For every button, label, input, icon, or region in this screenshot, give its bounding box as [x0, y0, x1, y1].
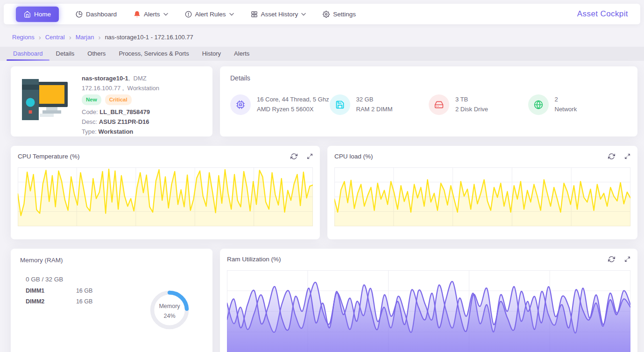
detail-item-disk: 3 TB 2 Disk Drive	[429, 94, 528, 115]
dimm2-label: DIMM2	[26, 298, 76, 305]
chevron-down-icon	[229, 13, 234, 16]
memory-ram-card: Memory (RAM) 0 GB / 32 GB DIMM1 16 GB DI…	[11, 249, 212, 352]
memory-total: 0 GB / 32 GB	[26, 276, 203, 283]
asset-code-value: LL_BLR_7858479	[99, 108, 150, 115]
top-navbar: Home Dashboard Alerts Alert Rules Asset …	[4, 4, 640, 24]
ram-icon	[335, 100, 345, 109]
details-card: Details 16 Core, 44 Thread, 5 Ghz AMD Ry…	[220, 66, 637, 136]
nav-item-home[interactable]: Home	[16, 7, 59, 22]
breadcrumb-current: nas-storage10-1 - 172.16.100.77	[105, 34, 193, 41]
table-row: DIMM1 16 GB	[26, 287, 123, 294]
asset-ip-row: 172.16.100.77 , Workstation	[82, 83, 159, 93]
detail-cpu-line2: AMD Ryzen 5 5600X	[257, 105, 329, 115]
brand-title[interactable]: Asset Cockpit	[577, 9, 628, 19]
detail-ram-line2: RAM 2 DIMM	[356, 105, 393, 115]
nav-item-alert-rules[interactable]: Alert Rules	[185, 11, 234, 18]
tab-dashboard[interactable]: Dashboard	[7, 47, 50, 61]
memory-card-title: Memory (RAM)	[20, 257, 203, 264]
breadcrumb: Regions › Central › Marjan › nas-storage…	[0, 24, 644, 47]
asset-zone: DMZ	[134, 75, 147, 82]
asset-code-label: Code:	[82, 108, 98, 115]
nav-item-asset-history[interactable]: Asset History	[251, 11, 306, 18]
nav-item-dashboard[interactable]: Dashboard	[76, 11, 117, 18]
ram-utilization-title: Ram Utilization (%)	[227, 256, 281, 263]
breadcrumb-separator: ›	[69, 34, 71, 41]
detail-disk-line1: 3 TB	[455, 95, 488, 105]
server-icon	[251, 11, 258, 18]
nav-item-label: Asset History	[261, 11, 298, 18]
nav-item-alerts[interactable]: Alerts	[134, 11, 168, 18]
nav-item-label: Settings	[333, 11, 356, 18]
nav-item-label: Dashboard	[86, 11, 117, 18]
expand-icon[interactable]	[624, 256, 630, 262]
asset-name-row: nas-storage10-1, DMZ	[82, 73, 159, 83]
asset-name: nas-storage10-1	[82, 75, 128, 82]
asset-category: Workstation	[127, 85, 159, 92]
details-card-title: Details	[230, 74, 627, 82]
asset-desc-label: Desc:	[82, 118, 97, 125]
bell-icon	[134, 11, 141, 18]
chevron-down-icon	[163, 13, 168, 16]
breadcrumb-link-marjan[interactable]: Marjan	[76, 34, 94, 41]
detail-item-network: 2 Network	[528, 94, 628, 115]
status-badge-new: New	[82, 94, 101, 105]
nav-item-label: Alerts	[144, 11, 160, 18]
detail-disk-line2: 2 Disk Drive	[455, 105, 488, 115]
table-row: DIMM2 16 GB	[26, 298, 123, 305]
status-badge-critical: Critical	[105, 94, 132, 105]
refresh-icon[interactable]	[608, 153, 615, 160]
asset-type-row: Type: Workstation	[82, 127, 159, 136]
nav-item-label: Home	[34, 11, 51, 18]
cpu-load-card: CPU load (%)	[327, 146, 637, 239]
memory-donut-percent: 24%	[163, 313, 175, 319]
asset-code-row: Code: LL_BLR_7858479	[82, 107, 159, 117]
tab-details[interactable]: Details	[50, 47, 81, 61]
breadcrumb-link-central[interactable]: Central	[45, 34, 65, 41]
alert-circle-icon	[185, 11, 192, 18]
asset-type-label: Type:	[82, 128, 97, 135]
tab-process-services-ports[interactable]: Process, Services & Ports	[112, 47, 195, 61]
cpu-icon	[236, 100, 245, 109]
chevron-down-icon	[301, 13, 306, 16]
breadcrumb-link-regions[interactable]: Regions	[12, 34, 35, 41]
cpu-load-chart	[334, 167, 630, 226]
breadcrumb-separator: ›	[39, 34, 41, 41]
ram-utilization-chart	[227, 270, 630, 352]
home-icon	[24, 11, 31, 18]
detail-item-ram: 32 GB RAM 2 DIMM	[330, 94, 429, 115]
dimm1-value: 16 GB	[76, 287, 92, 294]
tab-others[interactable]: Others	[81, 47, 112, 61]
detail-network-line1: 2	[555, 95, 577, 105]
cpu-temperature-title: CPU Temperature (%)	[18, 153, 80, 160]
detail-network-line2: Network	[555, 105, 577, 115]
breadcrumb-separator: ›	[98, 34, 100, 41]
tab-alerts[interactable]: Alerts	[227, 47, 256, 61]
cpu-load-title: CPU load (%)	[334, 153, 373, 160]
expand-icon[interactable]	[307, 153, 313, 159]
memory-donut-chart: Memory 24%	[148, 288, 191, 331]
memory-dimm-table: DIMM1 16 GB DIMM2 16 GB	[20, 287, 123, 331]
disk-icon	[434, 100, 444, 109]
ram-utilization-card: Ram Utilization (%)	[220, 249, 637, 352]
workstation-illustration	[18, 73, 71, 126]
expand-icon[interactable]	[624, 153, 630, 159]
dimm1-label: DIMM1	[26, 287, 76, 294]
asset-desc-value: ASUS Z11PR-D16	[99, 118, 149, 125]
tab-history[interactable]: History	[196, 47, 227, 61]
asset-type-value: Workstation	[98, 128, 133, 135]
nav-item-label: Alert Rules	[195, 11, 226, 18]
nav-item-settings[interactable]: Settings	[323, 11, 356, 18]
network-globe-icon	[534, 100, 543, 109]
refresh-icon[interactable]	[290, 153, 297, 160]
detail-item-cpu: 16 Core, 44 Thread, 5 Ghz AMD Ryzen 5 56…	[230, 94, 330, 115]
detail-ram-line1: 32 GB	[356, 95, 393, 105]
memory-donut-label: Memory	[159, 303, 180, 309]
cpu-temperature-card: CPU Temperature (%)	[11, 146, 320, 239]
asset-name-separator: ,	[128, 75, 130, 82]
dimm2-value: 16 GB	[76, 298, 92, 305]
cpu-temperature-chart	[18, 167, 313, 226]
gear-icon	[323, 11, 330, 18]
asset-summary-card: nas-storage10-1, DMZ 172.16.100.77 , Wor…	[11, 66, 212, 136]
asset-desc-row: Desc: ASUS Z11PR-D16	[82, 117, 159, 127]
refresh-icon[interactable]	[608, 256, 615, 263]
